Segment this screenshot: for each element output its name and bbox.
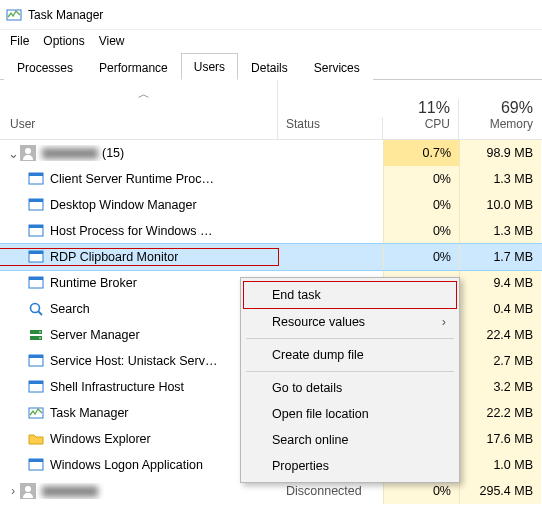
column-header-memory[interactable]: Memory [490, 117, 533, 131]
process-cpu: 0% [383, 166, 459, 192]
tab-performance[interactable]: Performance [86, 54, 181, 80]
user-row[interactable]: ⌄ (15) 0.7% 98.9 MB [0, 140, 542, 166]
svg-rect-20 [29, 355, 43, 358]
user-name-redacted [42, 486, 98, 497]
process-name: RDP Clipboard Monitor [50, 250, 178, 264]
process-memory: 10.0 MB [459, 192, 541, 218]
process-name: Client Server Runtime Proc… [50, 172, 214, 186]
user-memory: 295.4 MB [459, 478, 541, 504]
process-name: Windows Logon Application [50, 458, 203, 472]
submenu-arrow-icon: › [442, 315, 446, 329]
menu-item-open-file-location[interactable]: Open file location [244, 401, 456, 427]
user-avatar-icon [20, 145, 36, 161]
process-name: Task Manager [50, 406, 129, 420]
menu-options[interactable]: Options [43, 34, 84, 48]
menu-item-end-task[interactable]: End task [244, 282, 456, 308]
window-title: Task Manager [28, 8, 103, 22]
expand-toggle-icon[interactable]: › [6, 484, 20, 498]
column-header-cpu[interactable]: CPU [425, 117, 450, 131]
process-memory: 17.6 MB [459, 426, 541, 452]
tab-processes[interactable]: Processes [4, 54, 86, 80]
process-icon [28, 431, 44, 447]
process-name: Runtime Broker [50, 276, 137, 290]
user-name-redacted [42, 148, 98, 159]
process-icon [28, 301, 44, 317]
column-header-user[interactable]: User [10, 117, 277, 131]
svg-point-2 [25, 148, 31, 154]
process-icon [28, 457, 44, 473]
process-icon [28, 249, 44, 265]
svg-point-17 [39, 331, 41, 333]
expand-toggle-icon[interactable]: ⌄ [6, 146, 20, 161]
tab-services[interactable]: Services [301, 54, 373, 80]
titlebar: Task Manager [0, 0, 542, 30]
process-memory: 1.7 MB [459, 244, 541, 270]
process-icon [28, 223, 44, 239]
process-memory: 2.7 MB [459, 348, 541, 374]
process-memory: 1.3 MB [459, 166, 541, 192]
svg-rect-4 [29, 173, 43, 176]
process-icon [28, 405, 44, 421]
user-memory: 98.9 MB [459, 140, 541, 166]
menu-item-search-online[interactable]: Search online [244, 427, 456, 453]
menu-file[interactable]: File [10, 34, 29, 48]
chevron-up-icon[interactable]: ︿ [138, 86, 150, 117]
process-row[interactable]: RDP Clipboard Monitor0%1.7 MB [0, 244, 542, 270]
svg-rect-22 [29, 381, 43, 384]
process-icon [28, 275, 44, 291]
user-process-count: (15) [102, 146, 124, 160]
svg-rect-12 [29, 277, 43, 280]
process-row[interactable]: Desktop Window Manager0%10.0 MB [0, 192, 542, 218]
process-name: Server Manager [50, 328, 140, 342]
user-avatar-icon [20, 483, 36, 499]
cpu-total-percent: 11% [383, 99, 450, 117]
menu-view[interactable]: View [99, 34, 125, 48]
process-name: Host Process for Windows … [50, 224, 213, 238]
process-memory: 22.2 MB [459, 400, 541, 426]
tab-details[interactable]: Details [238, 54, 301, 80]
process-name: Search [50, 302, 90, 316]
menu-separator [246, 338, 454, 339]
process-cpu: 0% [383, 244, 459, 270]
process-name: Desktop Window Manager [50, 198, 197, 212]
process-memory: 22.4 MB [459, 322, 541, 348]
tab-users[interactable]: Users [181, 53, 238, 80]
process-icon [28, 197, 44, 213]
svg-rect-25 [29, 459, 43, 462]
svg-rect-8 [29, 225, 43, 228]
process-row[interactable]: Host Process for Windows …0%1.3 MB [0, 218, 542, 244]
memory-total-percent: 69% [459, 99, 533, 117]
svg-rect-10 [29, 251, 43, 254]
svg-rect-6 [29, 199, 43, 202]
context-menu: End task Resource values › Create dump f… [240, 277, 460, 483]
column-header-status[interactable]: Status [286, 117, 320, 131]
menu-item-create-dump[interactable]: Create dump file [244, 342, 456, 368]
process-icon [28, 171, 44, 187]
svg-point-27 [25, 486, 31, 492]
task-manager-icon [6, 7, 22, 23]
process-cpu: 0% [383, 218, 459, 244]
svg-line-14 [39, 312, 43, 316]
process-name: Shell Infrastructure Host [50, 380, 184, 394]
process-memory: 1.3 MB [459, 218, 541, 244]
svg-point-18 [39, 337, 41, 339]
process-icon [28, 327, 44, 343]
menu-item-go-to-details[interactable]: Go to details [244, 375, 456, 401]
process-name: Service Host: Unistack Serv… [50, 354, 217, 368]
svg-point-13 [31, 304, 40, 313]
process-icon [28, 379, 44, 395]
process-memory: 3.2 MB [459, 374, 541, 400]
menu-item-resource-values[interactable]: Resource values › [244, 309, 456, 335]
menu-item-properties[interactable]: Properties [244, 453, 456, 479]
process-memory: 1.0 MB [459, 452, 541, 478]
process-icon [28, 353, 44, 369]
column-headers[interactable]: ︿ User Status 11% CPU 69% Memory [0, 80, 542, 140]
user-status: Disconnected [278, 484, 383, 498]
process-memory: 9.4 MB [459, 270, 541, 296]
menubar: File Options View [0, 30, 542, 52]
process-name: Windows Explorer [50, 432, 151, 446]
tabs: Processes Performance Users Details Serv… [0, 52, 542, 80]
user-cpu: 0.7% [383, 140, 459, 166]
process-cpu: 0% [383, 192, 459, 218]
process-row[interactable]: Client Server Runtime Proc…0%1.3 MB [0, 166, 542, 192]
